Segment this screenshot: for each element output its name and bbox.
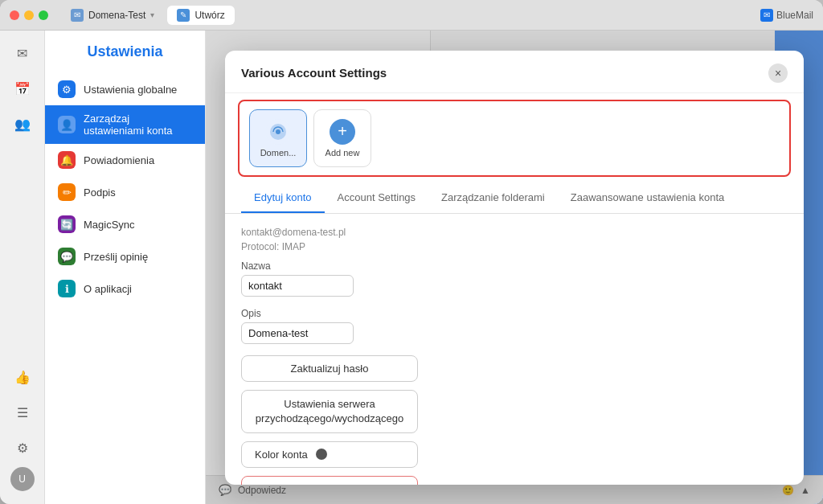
sidebar-item-notifications[interactable]: 🔔 Powiadomienia [45,144,205,176]
main-content: 💬 Odpowiedz 🙂 ▲ Various Account Settings… [206,31,823,504]
sidebar-calendar-icon[interactable]: 📅 [6,72,39,104]
sidebar-item-global-label: Ustawienia globalne [84,84,177,96]
sidebar-item-manage-accounts-label: Zarządzaj ustawieniami konta [84,113,192,137]
sidebar-mail-icon[interactable]: ✉ [6,37,39,69]
sidebar-gear-icon[interactable]: ⚙ [6,432,39,464]
account-color-button[interactable]: Kolor konta [241,441,418,468]
sidebar-item-about-label: O aplikacji [84,283,132,295]
delete-account-button[interactable]: Usuń konto [241,476,418,485]
dialog-header: Various Account Settings × [225,51,804,93]
feedback-icon: 💬 [58,248,76,265]
dialog-content: kontakt@domena-test.pl Protocol: IMAP Na… [225,214,804,485]
sidebar-item-feedback-label: Prześlij opinię [84,251,148,263]
dialog: Various Account Settings × [225,51,804,485]
name-form-group: Nazwa [241,260,788,297]
tab-edit-account[interactable]: Edytuj konto [241,183,325,213]
sidebar-thumbsup-icon[interactable]: 👍 [6,361,39,393]
account-card-add-new[interactable]: + Add new [313,109,371,167]
sidebar-item-magicsync[interactable]: 🔄 MagicSync [45,208,205,240]
account-cards-container: Domen... + Add new [238,100,791,177]
bluemail-label: BlueMail [776,10,813,21]
signature-icon: ✏ [58,183,76,201]
tab-folder-management[interactable]: Zarządzanie folderami [428,183,558,213]
bluemail-logo: ✉ BlueMail [760,9,813,22]
tab-new-label: Utwórz [194,10,224,21]
add-new-icon: + [330,119,355,145]
desc-input[interactable] [241,322,354,344]
desc-form-group: Opis [241,308,788,344]
sidebar-item-notifications-label: Powiadomienia [84,154,154,166]
traffic-lights [10,10,48,20]
account-color-label: Kolor konta [255,449,308,461]
sidebar-list-icon[interactable]: ☰ [6,396,39,428]
tab-account-settings[interactable]: Account Settings [325,183,429,213]
add-new-label: Add new [326,148,360,158]
update-password-button[interactable]: Zaktualizuj hasło [241,355,418,382]
sidebar-item-global[interactable]: ⚙ Ustawienia globalne [45,73,205,105]
color-dot [316,449,327,460]
icon-sidebar: ✉ 📅 👥 👍 ☰ ⚙ U [0,31,45,504]
app-window: ✉ Domena-Test ▾ ✎ Utwórz ✉ BlueMail ✉ 📅 … [0,0,823,504]
dialog-title: Various Account Settings [241,66,387,80]
tab-new[interactable]: ✎ Utwórz [167,6,234,25]
notifications-icon: 🔔 [58,151,76,169]
about-icon: ℹ [58,280,76,297]
form-fields: Nazwa Opis Zaktualizuj hasło [241,260,788,485]
domena-icon-svg [269,123,287,141]
account-email: kontakt@domena-test.pl [241,227,788,238]
domena-card-label: Domen... [260,148,297,158]
sidebar-item-signature[interactable]: ✏ Podpis [45,176,205,208]
minimize-traffic-light[interactable] [24,10,34,20]
sidebar-item-magicsync-label: MagicSync [84,219,135,231]
avatar[interactable]: U [10,467,35,491]
titlebar: ✉ Domena-Test ▾ ✎ Utwórz ✉ BlueMail [0,0,823,31]
account-protocol: Protocol: IMAP [241,241,788,252]
sidebar-contacts-icon[interactable]: 👥 [6,108,39,140]
settings-title: Ustawienia [45,43,205,73]
global-settings-icon: ⚙ [58,80,76,98]
sidebar-item-feedback[interactable]: 💬 Prześlij opinię [45,240,205,272]
name-input[interactable] [241,275,354,297]
tab-domena-icon: ✉ [71,9,84,22]
name-label: Nazwa [241,260,788,272]
sidebar-item-signature-label: Podpis [84,186,116,199]
tab-domena-chevron: ▾ [150,10,154,19]
dialog-overlay: Various Account Settings × [206,31,823,504]
titlebar-tabs: ✉ Domena-Test ▾ ✎ Utwórz [61,6,754,25]
tab-advanced-settings[interactable]: Zaawansowane ustawienia konta [558,183,738,213]
settings-sidebar: Ustawienia ⚙ Ustawienia globalne 👤 Zarzą… [45,31,206,504]
tab-domena-label: Domena-Test [88,10,145,21]
account-card-domena[interactable]: Domen... [249,109,307,167]
icon-sidebar-bottom: 👍 ☰ ⚙ U [6,361,39,498]
svg-point-1 [276,129,280,134]
dialog-tabs: Edytuj konto Account Settings Zarządzani… [225,183,804,214]
desc-label: Opis [241,308,788,319]
dialog-close-button[interactable]: × [768,64,788,83]
sidebar-item-about[interactable]: ℹ O aplikacji [45,272,205,305]
bluemail-icon: ✉ [760,9,773,22]
manage-accounts-icon: 👤 [58,116,76,133]
tab-new-icon: ✎ [177,9,190,22]
tab-domena[interactable]: ✉ Domena-Test ▾ [61,6,164,25]
magicsync-icon: 🔄 [58,215,76,233]
maximize-traffic-light[interactable] [39,10,48,20]
app-body: ✉ 📅 👥 👍 ☰ ⚙ U Ustawienia ⚙ Ustawienia gl… [0,31,823,504]
sidebar-item-manage-accounts[interactable]: 👤 Zarządzaj ustawieniami konta [45,105,205,144]
close-traffic-light[interactable] [10,10,19,20]
domena-account-icon [265,119,291,145]
server-settings-button[interactable]: Ustawienia serwera przychodzącego/wychod… [241,390,418,433]
